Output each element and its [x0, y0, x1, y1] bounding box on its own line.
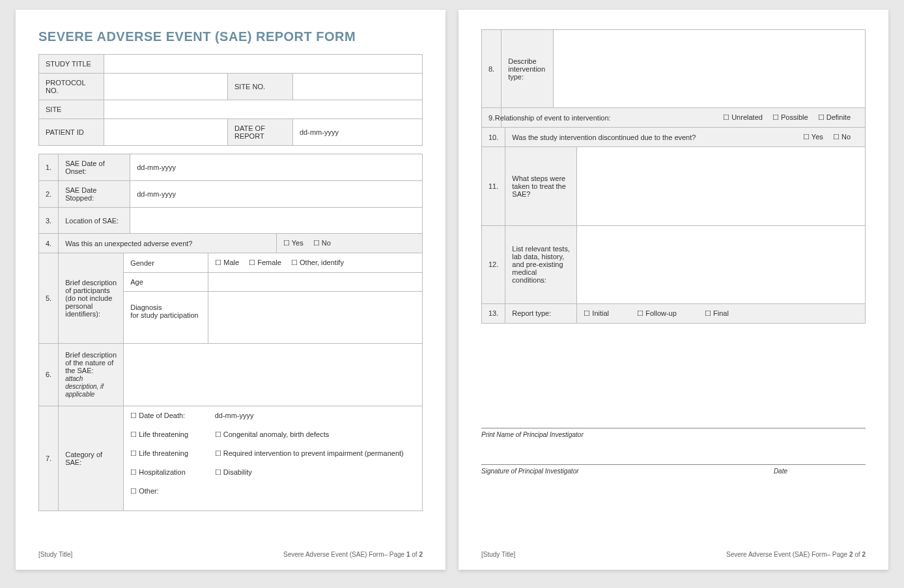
- page-2: 8. Describe intervention type: 9. Relati…: [459, 10, 888, 570]
- row-7-table: 7. Category of SAE: Date of Death: dd-mm…: [38, 406, 423, 512]
- checkbox-cong[interactable]: Congenital anomaly, birth defects: [215, 430, 330, 439]
- checkbox-other-cat[interactable]: Other:: [130, 487, 159, 496]
- footer-right-2: Severe Adverse Event (SAE) Form– Page 2 …: [726, 551, 866, 558]
- row-7-label: Category of SAE:: [59, 406, 124, 511]
- footer-1: [Study Title] Severe Adverse Event (SAE)…: [38, 551, 423, 558]
- dod-value[interactable]: dd-mm-yyyy: [208, 406, 423, 425]
- row-12-label: List relevant tests, lab data, history, …: [505, 225, 577, 303]
- checkbox-other-gender[interactable]: Other, identify: [291, 259, 344, 267]
- checkbox-female[interactable]: Female: [249, 259, 281, 267]
- sig-sign-line: Signature of Principal Investigator Date: [481, 464, 866, 475]
- input-site-no[interactable]: [293, 74, 423, 100]
- row-6-num: 6.: [39, 344, 59, 406]
- row-10-content: Was the study intervention discontinued …: [505, 128, 866, 147]
- row-6-table: 6. Brief description of the nature of th…: [38, 344, 423, 406]
- row-5-gender-options: Male Female Other, identify: [208, 253, 423, 273]
- row-3-num: 3.: [39, 208, 59, 234]
- label-site-no: SITE NO.: [228, 74, 293, 100]
- checkbox-followup[interactable]: Follow-up: [637, 309, 677, 318]
- questions-table-2c: 11. What steps were taken to treat the S…: [481, 147, 866, 324]
- form-title: SEVERE ADVERSE EVENT (SAE) REPORT FORM: [38, 29, 423, 44]
- row-6-label-text: Brief description of the nature of the S…: [65, 351, 117, 374]
- label-patient-id: PATIENT ID: [39, 119, 104, 146]
- page-1: SEVERE ADVERSE EVENT (SAE) REPORT FORM S…: [16, 10, 445, 570]
- diag-line1: Diagnosis: [130, 303, 162, 311]
- row-2-value[interactable]: dd-mm-yyyy: [130, 181, 423, 208]
- checkbox-initial[interactable]: Initial: [584, 309, 609, 318]
- checkbox-definite[interactable]: Definite: [818, 113, 851, 122]
- checkbox-hosp[interactable]: Hospitalization: [130, 468, 186, 477]
- row-10-label: Was the study intervention discontinued …: [512, 133, 696, 141]
- checkbox-male[interactable]: Male: [215, 259, 239, 267]
- row-9-label: Relationship of event to intervention:: [495, 114, 611, 122]
- sig-print-line: Print Name of Principal Investigator: [481, 428, 866, 438]
- row-8-value[interactable]: [554, 30, 866, 108]
- row-6-sub: attach description, if applicable: [65, 375, 104, 398]
- checkbox-disc-yes[interactable]: Yes: [803, 133, 823, 141]
- row-6-label: Brief description of the nature of the S…: [59, 344, 124, 406]
- checkbox-req[interactable]: Required intervention to prevent impairm…: [215, 449, 404, 458]
- footer-left: [Study Title]: [38, 551, 72, 558]
- checkbox-final[interactable]: Final: [705, 309, 729, 318]
- row-4-label: Was this an unexpected adverse event?: [59, 234, 277, 253]
- row-2-num: 2.: [39, 181, 59, 208]
- signature-block: Print Name of Principal Investigator Sig…: [481, 363, 866, 475]
- checkbox-disc-no[interactable]: No: [833, 133, 851, 141]
- checkbox-lt2[interactable]: Life threatening: [130, 449, 188, 458]
- checkbox-possible[interactable]: Possible: [772, 113, 808, 122]
- row-1-num: 1.: [39, 154, 59, 181]
- footer-2: [Study Title] Severe Adverse Event (SAE)…: [481, 551, 866, 558]
- input-protocol-no[interactable]: [104, 74, 228, 100]
- row-11-value[interactable]: [577, 147, 866, 225]
- sig-print-label: Print Name of Principal Investigator: [481, 431, 584, 438]
- row-5-age-value[interactable]: [208, 273, 423, 292]
- checkbox-dod[interactable]: Date of Death:: [130, 412, 185, 420]
- row-5-label: Brief description of participants (do no…: [59, 253, 124, 344]
- checkbox-lt1[interactable]: Life threatening: [130, 430, 188, 439]
- row-5-diag-value[interactable]: [208, 292, 423, 344]
- row-10-num: 10.: [482, 128, 505, 147]
- questions-table-2b: 10. Was the study intervention discontin…: [481, 127, 866, 147]
- input-study-title[interactable]: [104, 55, 423, 74]
- questions-table-2: 8. Describe intervention type: 9. Relati…: [481, 29, 866, 128]
- row-13-num: 13.: [482, 303, 505, 323]
- row-4-num: 4.: [39, 234, 59, 253]
- checkbox-yes[interactable]: Yes: [283, 239, 304, 247]
- row-11-label: What steps were taken to treat the SAE?: [505, 147, 577, 225]
- diag-line2: for study participation: [130, 311, 199, 319]
- row-8-label: Describe intervention type:: [501, 30, 554, 108]
- footer-left-2: [Study Title]: [481, 551, 515, 558]
- row-4-options: Yes No: [276, 234, 422, 253]
- questions-table-1: 1. SAE Date of Onset: dd-mm-yyyy 2. SAE …: [38, 154, 423, 253]
- input-site[interactable]: [104, 100, 423, 119]
- row-1-label: SAE Date of Onset:: [59, 154, 130, 181]
- label-study-title: STUDY TITLE: [39, 55, 104, 74]
- row-3-value[interactable]: [130, 208, 423, 234]
- checkbox-no[interactable]: No: [313, 239, 331, 247]
- input-date-of-report[interactable]: dd-mm-yyyy: [293, 119, 423, 146]
- row-6-value[interactable]: [124, 344, 423, 406]
- label-protocol-no: PROTOCOL NO.: [39, 74, 104, 100]
- row-5-gender-label: Gender: [124, 253, 208, 273]
- input-patient-id[interactable]: [104, 119, 228, 146]
- row-11-num: 11.: [482, 147, 505, 225]
- footer-right: Severe Adverse Event (SAE) Form– Page 1 …: [283, 551, 423, 558]
- row-3-label: Location of SAE:: [59, 208, 130, 234]
- row-5-age-label: Age: [124, 273, 208, 292]
- checkbox-unrelated[interactable]: Unrelated: [723, 113, 763, 122]
- label-date-of-report: DATE OF REPORT: [228, 119, 293, 146]
- row-12-value[interactable]: [577, 225, 866, 303]
- label-site: SITE: [39, 100, 104, 119]
- row-9-content: Relationship of event to intervention: U…: [554, 108, 866, 128]
- row-5-table: 5. Brief description of participants (do…: [38, 253, 423, 344]
- row-1-value[interactable]: dd-mm-yyyy: [130, 154, 423, 181]
- sig-date-label: Date: [774, 468, 787, 475]
- header-table: STUDY TITLE PROTOCOL NO. SITE NO. SITE P…: [38, 54, 423, 146]
- row-12-num: 12.: [482, 225, 505, 303]
- row-7-num: 7.: [39, 406, 59, 511]
- row-5-num: 5.: [39, 253, 59, 344]
- sig-sign-label: Signature of Principal Investigator: [481, 468, 579, 475]
- row-13-label: Report type:: [505, 303, 577, 323]
- checkbox-dis[interactable]: Disability: [215, 468, 252, 477]
- row-8-num: 8.: [482, 30, 501, 108]
